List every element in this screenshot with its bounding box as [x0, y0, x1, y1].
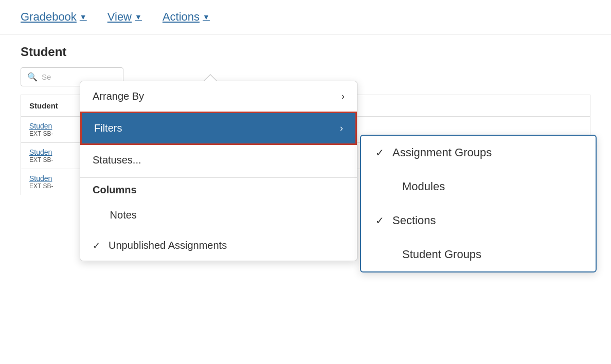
columns-label: Columns — [93, 184, 137, 196]
menu-item-statuses-label: Statuses... — [93, 154, 141, 166]
nav-gradebook-chevron: ▼ — [80, 13, 87, 21]
chevron-right-filters-icon: › — [340, 123, 343, 134]
nav-gradebook[interactable]: Gradebook ▼ — [21, 10, 87, 24]
nav-view-label: View — [107, 10, 132, 24]
main-content: Student 🔍 Se Student Studen EXT SB- Stud… — [0, 34, 611, 205]
menu-item-arrange-by[interactable]: Arrange By › — [80, 81, 357, 112]
search-input-placeholder: Se — [42, 72, 51, 81]
check-unpublished-icon: ✓ — [93, 240, 100, 251]
filters-submenu: ✓ Assignment Groups Modules ✓ Sections S… — [360, 135, 597, 272]
menu-item-filters[interactable]: Filters › — [80, 112, 357, 145]
menu-item-notes-label: Notes — [110, 209, 137, 221]
menu-columns-header: Columns — [80, 180, 357, 200]
nav-gradebook-label: Gradebook — [21, 10, 77, 24]
check-assignment-groups-icon: ✓ — [375, 147, 384, 159]
check-sections-icon: ✓ — [375, 214, 384, 227]
submenu-assignment-groups-label: Assignment Groups — [392, 146, 492, 159]
nav-view-chevron: ▼ — [135, 13, 142, 21]
menu-item-statuses[interactable]: Statuses... — [80, 145, 357, 175]
menu-item-notes[interactable]: Notes — [80, 200, 357, 230]
menu-item-filters-label: Filters — [94, 122, 122, 134]
top-nav: Gradebook ▼ View ▼ Actions ▼ — [0, 0, 611, 34]
menu-item-arrange-by-label: Arrange By — [93, 90, 144, 102]
search-icon: 🔍 — [27, 72, 38, 82]
section-title: Student — [21, 45, 590, 59]
menu-item-unpublished[interactable]: ✓ Unpublished Assignments — [80, 230, 357, 261]
menu-divider — [80, 177, 357, 178]
nav-view[interactable]: View ▼ — [107, 10, 142, 24]
submenu-item-assignment-groups[interactable]: ✓ Assignment Groups — [361, 136, 596, 170]
nav-actions[interactable]: Actions ▼ — [163, 10, 210, 24]
nav-actions-label: Actions — [163, 10, 200, 24]
submenu-item-modules[interactable]: Modules — [361, 170, 596, 204]
menu-item-unpublished-label: Unpublished Assignments — [109, 240, 227, 251]
dropdown-menu: Arrange By › Filters › Statuses... Colum… — [80, 81, 357, 261]
chevron-right-icon: › — [342, 91, 345, 102]
submenu-modules-label: Modules — [402, 180, 445, 193]
submenu-student-groups-label: Student Groups — [402, 248, 481, 261]
submenu-item-sections[interactable]: ✓ Sections — [361, 204, 596, 238]
nav-actions-chevron: ▼ — [203, 13, 210, 21]
submenu-sections-label: Sections — [392, 214, 436, 227]
submenu-item-student-groups[interactable]: Student Groups — [361, 238, 596, 271]
